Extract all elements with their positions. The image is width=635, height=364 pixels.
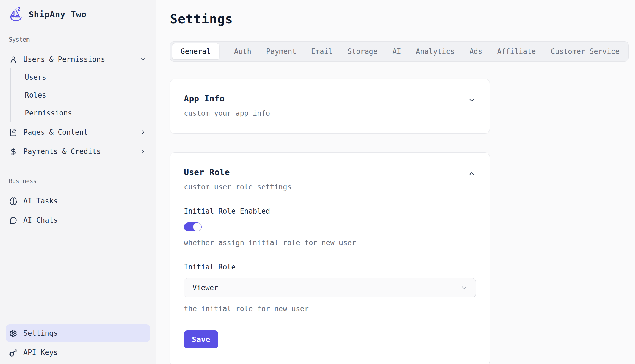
file-text-icon — [9, 128, 17, 136]
initial-role-enabled-description: whether assign initial role for new user — [184, 239, 476, 247]
app-logo[interactable]: 2 ShipAny Two — [6, 5, 150, 22]
sidebar-item-label: Settings — [23, 329, 58, 337]
chevron-up-icon[interactable] — [468, 170, 476, 178]
sidebar-item-label: AI Tasks — [23, 197, 58, 205]
svg-text:2: 2 — [17, 7, 20, 12]
section-label-system: System — [9, 36, 150, 43]
sidebar-item-api-keys[interactable]: API Keys — [6, 344, 150, 361]
user-icon — [9, 56, 17, 64]
tab-ai[interactable]: AI — [392, 47, 401, 56]
app-info-subtitle: custom your app info — [184, 109, 476, 117]
sidebar-item-payments-credits[interactable]: Payments & Credits — [6, 143, 150, 160]
app-info-title: App Info — [184, 94, 225, 103]
toggle-thumb — [193, 223, 201, 231]
app-title: ShipAny Two — [29, 9, 87, 19]
tab-storage[interactable]: Storage — [347, 47, 378, 56]
dollar-icon — [9, 148, 17, 156]
initial-role-field: Initial Role Viewer the initial role for… — [184, 263, 476, 313]
settings-tab-bar: General Auth Payment Email Storage AI An… — [170, 41, 629, 62]
sidebar-item-label: Payments & Credits — [23, 147, 101, 156]
tab-analytics[interactable]: Analytics — [416, 47, 455, 56]
initial-role-description: the initial role for new user — [184, 305, 476, 313]
page-title: Settings — [170, 12, 635, 26]
app-info-card: App Info custom your app info — [170, 79, 490, 134]
sidebar-item-label: Pages & Content — [23, 128, 88, 136]
key-icon — [9, 349, 17, 357]
sidebar-spacer — [6, 229, 150, 323]
sidebar-subitem-users[interactable]: Users — [11, 68, 150, 86]
sidebar-item-label: API Keys — [23, 348, 58, 357]
initial-role-enabled-field: Initial Role Enabled whether assign init… — [184, 207, 476, 247]
initial-role-label: Initial Role — [184, 263, 476, 271]
initial-role-enabled-label: Initial Role Enabled — [184, 207, 476, 215]
user-role-subtitle: custom user role settings — [184, 183, 476, 191]
sidebar-submenu-users-permissions: Users Roles Permissions — [10, 68, 150, 122]
sidebar-subitem-permissions[interactable]: Permissions — [11, 104, 150, 122]
gear-icon — [9, 329, 17, 337]
user-role-card: User Role custom user role settings Init… — [170, 152, 490, 364]
sidebar: 2 ShipAny Two System Users & Permissions… — [0, 0, 156, 364]
chevron-right-icon — [139, 148, 147, 155]
sidebar-item-ai-chats[interactable]: AI Chats — [6, 211, 150, 229]
initial-role-select[interactable]: Viewer — [184, 278, 476, 297]
tab-customer-service[interactable]: Customer Service — [551, 47, 619, 56]
sidebar-item-pages-content[interactable]: Pages & Content — [6, 123, 150, 141]
tab-ads[interactable]: Ads — [470, 47, 482, 56]
sidebar-item-label: AI Chats — [23, 216, 58, 224]
sidebar-item-settings[interactable]: Settings — [6, 324, 150, 342]
main-content: Settings General Auth Payment Email Stor… — [156, 0, 635, 364]
tab-payment[interactable]: Payment — [266, 47, 296, 56]
sidebar-item-ai-tasks[interactable]: AI Tasks — [6, 192, 150, 210]
sidebar-subitem-roles[interactable]: Roles — [11, 86, 150, 104]
chevron-right-icon — [139, 129, 147, 136]
user-role-title: User Role — [184, 167, 230, 177]
tab-auth[interactable]: Auth — [234, 47, 252, 56]
section-label-business: Business — [9, 178, 150, 184]
save-button[interactable]: Save — [184, 330, 218, 348]
tab-email[interactable]: Email — [311, 47, 333, 56]
chevron-down-icon — [461, 284, 468, 291]
brain-icon — [9, 197, 17, 205]
tab-affiliate[interactable]: Affiliate — [497, 47, 536, 56]
chevron-down-icon[interactable] — [468, 96, 476, 104]
chevron-down-icon — [139, 56, 147, 63]
initial-role-select-value: Viewer — [192, 284, 218, 292]
sidebar-item-users-permissions[interactable]: Users & Permissions — [6, 51, 150, 68]
sailboat-logo-icon: 2 — [8, 7, 24, 22]
tab-general[interactable]: General — [172, 43, 219, 60]
initial-role-enabled-toggle[interactable] — [184, 222, 202, 231]
chat-icon — [9, 216, 17, 224]
sidebar-item-label: Users & Permissions — [23, 55, 105, 64]
